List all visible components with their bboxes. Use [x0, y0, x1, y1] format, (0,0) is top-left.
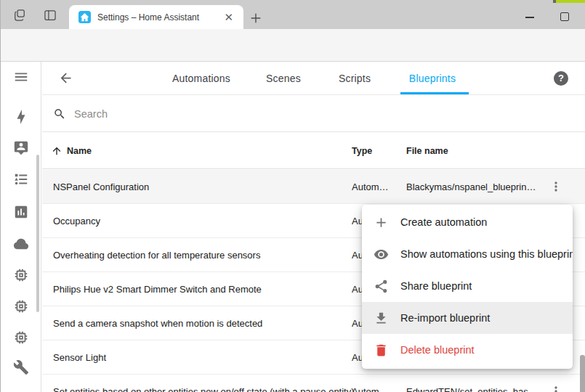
sidebar-wrench-icon[interactable]: [13, 359, 29, 375]
menu-item-label: Create automation: [400, 216, 487, 228]
tab-title: Settings – Home Assistant: [97, 12, 221, 23]
row-name: Occupancy: [53, 216, 100, 226]
tab-scenes[interactable]: Scenes: [266, 62, 301, 95]
tab-close-icon[interactable]: ✕: [221, 10, 236, 24]
menu-item-share-blueprint[interactable]: Share blueprint: [362, 270, 573, 302]
tab-actions-icon[interactable]: [43, 8, 57, 23]
sidebar-logbook-icon[interactable]: [13, 171, 29, 187]
sidebar-cloud-icon[interactable]: [13, 236, 29, 252]
share-icon: [374, 279, 389, 294]
browser-toolbar: Not secure homeassistant.local :8123/...: [1, 29, 585, 62]
window-maximize-button[interactable]: [560, 12, 569, 21]
active-tab-underline: [400, 92, 469, 94]
sidebar-energy-icon[interactable]: [13, 109, 29, 125]
column-header-name[interactable]: Name: [67, 146, 92, 156]
menu-item-label: Show automations using this blueprint: [400, 248, 573, 260]
menu-item-label: Re-import blueprint: [400, 312, 490, 324]
sidebar-map-icon[interactable]: [13, 140, 29, 156]
sidebar-menu-icon[interactable]: [13, 69, 29, 85]
plus-icon: [374, 215, 389, 230]
row-type: Autom…: [352, 181, 389, 192]
settings-header: Automations Scenes Scripts Blueprints ?: [42, 62, 585, 95]
menu-item-delete-blueprint[interactable]: Delete blueprint: [362, 334, 573, 366]
page-scrollbar[interactable]: [580, 355, 585, 392]
row-file: EdwardTEN/set_entities_has…: [406, 386, 538, 392]
tab-automations[interactable]: Automations: [172, 62, 230, 95]
menu-item-create-automation[interactable]: Create automation: [362, 206, 573, 238]
window-minimize-button[interactable]: [525, 17, 534, 18]
sidebar-scrollbar[interactable]: [36, 155, 39, 312]
column-header-file[interactable]: File name: [406, 146, 448, 156]
row-name: Overheating detection for all temperatur…: [53, 250, 260, 261]
sidebar-chip-icon-2[interactable]: [13, 298, 29, 314]
sort-ascending-icon[interactable]: [51, 145, 62, 157]
browser-window: Settings – Home Assistant ✕ Not secure h…: [0, 0, 585, 392]
screen-edge-strip: [556, 0, 585, 3]
workspaces-icon[interactable]: [12, 8, 27, 23]
search-section: [42, 96, 585, 132]
browser-tab[interactable]: Settings – Home Assistant ✕: [69, 5, 243, 29]
tab-blueprints[interactable]: Blueprints: [409, 62, 456, 95]
table-row[interactable]: NSPanel Configuration Autom… Blackymas/n…: [42, 170, 585, 204]
sidebar-history-icon[interactable]: [13, 204, 29, 220]
back-arrow-icon[interactable]: [58, 70, 73, 86]
tab-strip: Settings – Home Assistant ✕: [1, 0, 585, 29]
sidebar-chip-icon-1[interactable]: [13, 267, 29, 283]
row-name: Sensor Light: [53, 352, 106, 363]
row-name: Philips Hue v2 Smart Dimmer Switch and R…: [53, 284, 262, 295]
ha-sidebar: [1, 62, 41, 392]
search-icon: [53, 107, 66, 121]
menu-item-show-automations[interactable]: Show automations using this blueprint: [362, 238, 573, 270]
eye-icon: [374, 247, 389, 262]
table-row[interactable]: Set entities based on other entities new…: [42, 375, 585, 392]
row-name: Set entities based on other entities new…: [53, 386, 355, 392]
help-button[interactable]: ?: [554, 71, 568, 86]
home-assistant-favicon: [78, 11, 91, 23]
row-type: Autom…: [352, 386, 389, 392]
column-header-type[interactable]: Type: [352, 146, 372, 156]
blueprint-context-menu: Create automation Show automations using…: [362, 205, 573, 369]
sidebar-chip-icon-3[interactable]: [13, 330, 29, 346]
row-name: Send a camera snapshot when motion is de…: [53, 318, 262, 329]
row-file: Blackymas/nspanel_blueprin…: [406, 181, 536, 192]
new-tab-button[interactable]: [249, 11, 263, 25]
menu-item-label: Delete blueprint: [400, 344, 475, 356]
table-header: Name Type File name: [42, 133, 585, 169]
tab-scripts[interactable]: Scripts: [339, 62, 371, 95]
menu-item-label: Share blueprint: [400, 280, 472, 292]
search-input[interactable]: [73, 105, 545, 123]
row-overflow-menu-icon[interactable]: [549, 384, 563, 392]
download-icon: [374, 311, 389, 326]
trash-icon: [374, 343, 389, 358]
row-name: NSPanel Configuration: [53, 181, 149, 192]
row-overflow-menu-icon[interactable]: [549, 179, 563, 194]
menu-item-reimport-blueprint[interactable]: Re-import blueprint: [362, 302, 573, 334]
